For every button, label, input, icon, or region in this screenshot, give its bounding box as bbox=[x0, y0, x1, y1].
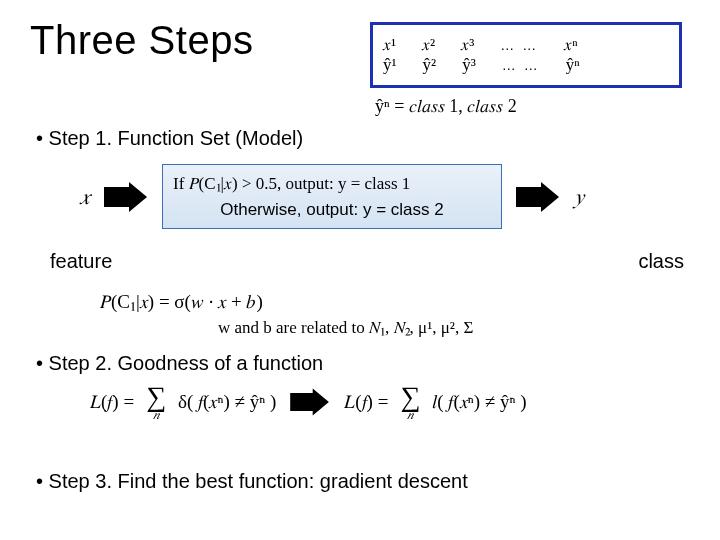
rule-line-2: Otherwise, output: y = class 2 bbox=[173, 197, 491, 223]
loss-right-term: 𝑙( 𝑓(𝑥ⁿ) ≠ ŷⁿ ) bbox=[432, 391, 526, 413]
loss-equations: 𝐿(𝑓) = ∑ 𝑛 δ( 𝑓(𝑥ⁿ) ≠ ŷⁿ ) 𝐿(𝑓) = ∑ 𝑛 𝑙(… bbox=[90, 384, 527, 421]
arrow-icon bbox=[104, 185, 148, 209]
ellipsis: … … bbox=[500, 37, 538, 53]
yhat-class-eq: ŷⁿ = 𝑐𝑙𝑎𝑠𝑠 1, 𝑐𝑙𝑎𝑠𝑠 2 bbox=[375, 96, 517, 117]
loss-left-pre: 𝐿(𝑓) = bbox=[90, 391, 134, 413]
sigma-icon: ∑ 𝑛 bbox=[146, 384, 166, 421]
posterior-sigmoid-eq: 𝑃(C₁|𝑥) = σ(𝑤 · 𝑥 + 𝑏) bbox=[100, 291, 263, 313]
class-label: class bbox=[638, 250, 684, 273]
yhat3: ŷ³ bbox=[462, 55, 476, 75]
data-notation-box: 𝑥¹ 𝑥² 𝑥³ … … 𝑥ⁿ ŷ¹ ŷ² ŷ³ … … ŷⁿ bbox=[370, 22, 682, 88]
input-x: 𝑥 bbox=[80, 184, 90, 210]
slide-title: Three Steps bbox=[30, 18, 253, 63]
x2: 𝑥² bbox=[422, 35, 435, 55]
sigma-icon-2: ∑ 𝑛 bbox=[400, 384, 420, 421]
x3: 𝑥³ bbox=[461, 35, 474, 55]
slide: Three Steps 𝑥¹ 𝑥² 𝑥³ … … 𝑥ⁿ ŷ¹ ŷ² ŷ³ … …… bbox=[0, 0, 720, 540]
decision-rule-box: If 𝑃(C₁|𝑥) > 0.5, output: y = class 1 Ot… bbox=[162, 164, 502, 229]
arrow-icon-3 bbox=[290, 392, 330, 414]
step1-heading: Step 1. Function Set (Model) bbox=[36, 127, 690, 150]
loss-left-term: δ( 𝑓(𝑥ⁿ) ≠ ŷⁿ ) bbox=[178, 391, 276, 413]
notation-row-yhat: ŷ¹ ŷ² ŷ³ … … ŷⁿ bbox=[383, 55, 669, 75]
sigma-symbol: ∑ bbox=[146, 384, 166, 409]
yhat1: ŷ¹ bbox=[383, 55, 397, 75]
output-y: 𝑦 bbox=[574, 184, 584, 210]
loss-right-pre: 𝐿(𝑓) = bbox=[344, 391, 388, 413]
steps-list: Step 1. Function Set (Model) 𝑥 If 𝑃(C₁|𝑥… bbox=[30, 127, 690, 229]
rule-line-1: If 𝑃(C₁|𝑥) > 0.5, output: y = class 1 bbox=[173, 171, 491, 197]
sigma-index: 𝑛 bbox=[153, 409, 160, 421]
wb-relation: w and b are related to 𝑁₁, 𝑁₂, μ¹, μ², Σ bbox=[218, 318, 473, 338]
arrow-icon-2 bbox=[516, 185, 560, 209]
feature-label: feature bbox=[50, 250, 112, 273]
step1-diagram: 𝑥 If 𝑃(C₁|𝑥) > 0.5, output: y = class 1 … bbox=[80, 164, 690, 229]
ellipsis-2: … … bbox=[502, 57, 540, 73]
yhatn: ŷⁿ bbox=[566, 55, 580, 75]
sigma-symbol-2: ∑ bbox=[400, 384, 420, 409]
x1: 𝑥¹ bbox=[383, 35, 396, 55]
sigma-index-2: 𝑛 bbox=[407, 409, 414, 421]
yhat2: ŷ² bbox=[423, 55, 437, 75]
step3-heading: Step 3. Find the best function: gradient… bbox=[36, 470, 468, 493]
xn: 𝑥ⁿ bbox=[564, 35, 577, 55]
step2-heading: Step 2. Goodness of a function bbox=[36, 352, 323, 375]
notation-row-x: 𝑥¹ 𝑥² 𝑥³ … … 𝑥ⁿ bbox=[383, 35, 669, 55]
